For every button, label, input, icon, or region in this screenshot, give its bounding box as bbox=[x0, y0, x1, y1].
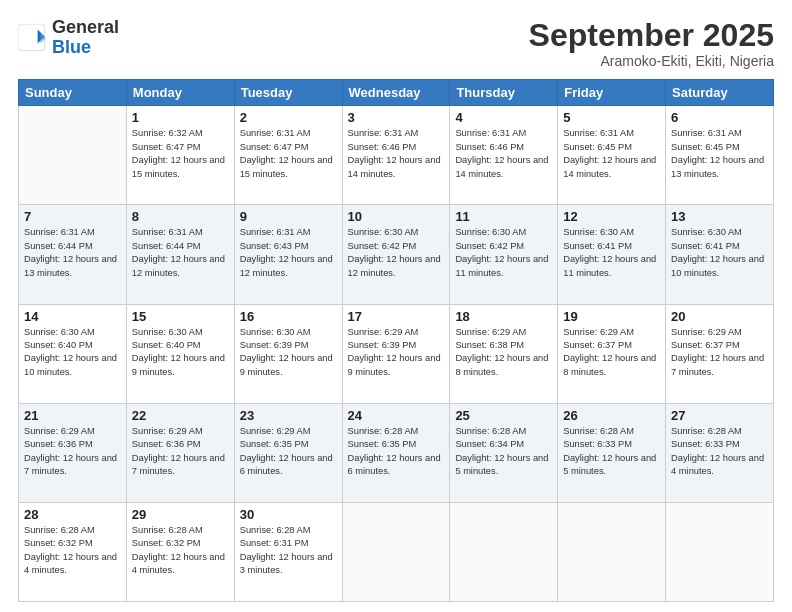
day-info: Sunrise: 6:29 AM Sunset: 6:35 PM Dayligh… bbox=[240, 425, 337, 479]
sunrise-text: Sunrise: 6:28 AM bbox=[132, 525, 203, 535]
daylight-text: Daylight: 12 hours and 9 minutes. bbox=[240, 353, 333, 376]
sunrise-text: Sunrise: 6:29 AM bbox=[24, 426, 95, 436]
day-number: 11 bbox=[455, 209, 552, 224]
day-info: Sunrise: 6:32 AM Sunset: 6:47 PM Dayligh… bbox=[132, 127, 229, 181]
calendar-cell: 5 Sunrise: 6:31 AM Sunset: 6:45 PM Dayli… bbox=[558, 106, 666, 205]
day-number: 27 bbox=[671, 408, 768, 423]
sunset-text: Sunset: 6:33 PM bbox=[563, 439, 632, 449]
sunset-text: Sunset: 6:46 PM bbox=[455, 142, 524, 152]
day-info: Sunrise: 6:28 AM Sunset: 6:32 PM Dayligh… bbox=[132, 524, 229, 578]
calendar-cell: 21 Sunrise: 6:29 AM Sunset: 6:36 PM Dayl… bbox=[19, 403, 127, 502]
logo-general-text: General bbox=[52, 17, 119, 37]
calendar-cell: 6 Sunrise: 6:31 AM Sunset: 6:45 PM Dayli… bbox=[666, 106, 774, 205]
calendar-row-4: 28 Sunrise: 6:28 AM Sunset: 6:32 PM Dayl… bbox=[19, 502, 774, 601]
day-info: Sunrise: 6:31 AM Sunset: 6:45 PM Dayligh… bbox=[671, 127, 768, 181]
sunset-text: Sunset: 6:46 PM bbox=[348, 142, 417, 152]
sunrise-text: Sunrise: 6:30 AM bbox=[240, 327, 311, 337]
calendar-cell: 23 Sunrise: 6:29 AM Sunset: 6:35 PM Dayl… bbox=[234, 403, 342, 502]
col-wednesday: Wednesday bbox=[342, 80, 450, 106]
day-info: Sunrise: 6:28 AM Sunset: 6:31 PM Dayligh… bbox=[240, 524, 337, 578]
calendar-cell bbox=[19, 106, 127, 205]
sunset-text: Sunset: 6:44 PM bbox=[24, 241, 93, 251]
day-info: Sunrise: 6:30 AM Sunset: 6:40 PM Dayligh… bbox=[132, 326, 229, 380]
daylight-text: Daylight: 12 hours and 7 minutes. bbox=[671, 353, 764, 376]
day-number: 4 bbox=[455, 110, 552, 125]
day-info: Sunrise: 6:29 AM Sunset: 6:37 PM Dayligh… bbox=[671, 326, 768, 380]
daylight-text: Daylight: 12 hours and 6 minutes. bbox=[348, 453, 441, 476]
day-info: Sunrise: 6:31 AM Sunset: 6:43 PM Dayligh… bbox=[240, 226, 337, 280]
sunset-text: Sunset: 6:47 PM bbox=[132, 142, 201, 152]
sunset-text: Sunset: 6:43 PM bbox=[240, 241, 309, 251]
calendar-cell: 10 Sunrise: 6:30 AM Sunset: 6:42 PM Dayl… bbox=[342, 205, 450, 304]
sunrise-text: Sunrise: 6:28 AM bbox=[240, 525, 311, 535]
sunrise-text: Sunrise: 6:32 AM bbox=[132, 128, 203, 138]
daylight-text: Daylight: 12 hours and 14 minutes. bbox=[563, 155, 656, 178]
calendar-cell: 24 Sunrise: 6:28 AM Sunset: 6:35 PM Dayl… bbox=[342, 403, 450, 502]
day-info: Sunrise: 6:28 AM Sunset: 6:33 PM Dayligh… bbox=[563, 425, 660, 479]
logo: General Blue bbox=[18, 18, 119, 58]
day-info: Sunrise: 6:28 AM Sunset: 6:34 PM Dayligh… bbox=[455, 425, 552, 479]
calendar-cell: 2 Sunrise: 6:31 AM Sunset: 6:47 PM Dayli… bbox=[234, 106, 342, 205]
day-info: Sunrise: 6:31 AM Sunset: 6:47 PM Dayligh… bbox=[240, 127, 337, 181]
sunrise-text: Sunrise: 6:30 AM bbox=[348, 227, 419, 237]
daylight-text: Daylight: 12 hours and 5 minutes. bbox=[563, 453, 656, 476]
sunset-text: Sunset: 6:33 PM bbox=[671, 439, 740, 449]
sunrise-text: Sunrise: 6:31 AM bbox=[671, 128, 742, 138]
day-info: Sunrise: 6:28 AM Sunset: 6:35 PM Dayligh… bbox=[348, 425, 445, 479]
day-number: 29 bbox=[132, 507, 229, 522]
col-monday: Monday bbox=[126, 80, 234, 106]
calendar-cell: 28 Sunrise: 6:28 AM Sunset: 6:32 PM Dayl… bbox=[19, 502, 127, 601]
daylight-text: Daylight: 12 hours and 4 minutes. bbox=[671, 453, 764, 476]
sunset-text: Sunset: 6:41 PM bbox=[671, 241, 740, 251]
daylight-text: Daylight: 12 hours and 11 minutes. bbox=[563, 254, 656, 277]
daylight-text: Daylight: 12 hours and 15 minutes. bbox=[132, 155, 225, 178]
day-number: 16 bbox=[240, 309, 337, 324]
sunrise-text: Sunrise: 6:28 AM bbox=[563, 426, 634, 436]
calendar-cell: 16 Sunrise: 6:30 AM Sunset: 6:39 PM Dayl… bbox=[234, 304, 342, 403]
day-number: 15 bbox=[132, 309, 229, 324]
header: General Blue September 2025 Aramoko-Ekit… bbox=[18, 18, 774, 69]
calendar-cell bbox=[558, 502, 666, 601]
day-number: 25 bbox=[455, 408, 552, 423]
daylight-text: Daylight: 12 hours and 15 minutes. bbox=[240, 155, 333, 178]
daylight-text: Daylight: 12 hours and 11 minutes. bbox=[455, 254, 548, 277]
day-number: 30 bbox=[240, 507, 337, 522]
day-number: 8 bbox=[132, 209, 229, 224]
col-friday: Friday bbox=[558, 80, 666, 106]
daylight-text: Daylight: 12 hours and 4 minutes. bbox=[132, 552, 225, 575]
sunset-text: Sunset: 6:42 PM bbox=[348, 241, 417, 251]
calendar-cell: 30 Sunrise: 6:28 AM Sunset: 6:31 PM Dayl… bbox=[234, 502, 342, 601]
sunrise-text: Sunrise: 6:30 AM bbox=[563, 227, 634, 237]
location-subtitle: Aramoko-Ekiti, Ekiti, Nigeria bbox=[529, 53, 774, 69]
day-number: 12 bbox=[563, 209, 660, 224]
day-number: 20 bbox=[671, 309, 768, 324]
calendar-cell: 20 Sunrise: 6:29 AM Sunset: 6:37 PM Dayl… bbox=[666, 304, 774, 403]
daylight-text: Daylight: 12 hours and 6 minutes. bbox=[240, 453, 333, 476]
sunrise-text: Sunrise: 6:30 AM bbox=[132, 327, 203, 337]
day-info: Sunrise: 6:29 AM Sunset: 6:39 PM Dayligh… bbox=[348, 326, 445, 380]
calendar-header-row: Sunday Monday Tuesday Wednesday Thursday… bbox=[19, 80, 774, 106]
day-info: Sunrise: 6:31 AM Sunset: 6:46 PM Dayligh… bbox=[455, 127, 552, 181]
sunset-text: Sunset: 6:35 PM bbox=[348, 439, 417, 449]
calendar-cell: 14 Sunrise: 6:30 AM Sunset: 6:40 PM Dayl… bbox=[19, 304, 127, 403]
calendar-cell: 15 Sunrise: 6:30 AM Sunset: 6:40 PM Dayl… bbox=[126, 304, 234, 403]
calendar-cell: 8 Sunrise: 6:31 AM Sunset: 6:44 PM Dayli… bbox=[126, 205, 234, 304]
daylight-text: Daylight: 12 hours and 8 minutes. bbox=[563, 353, 656, 376]
day-number: 18 bbox=[455, 309, 552, 324]
sunset-text: Sunset: 6:32 PM bbox=[24, 538, 93, 548]
calendar-cell: 17 Sunrise: 6:29 AM Sunset: 6:39 PM Dayl… bbox=[342, 304, 450, 403]
day-number: 7 bbox=[24, 209, 121, 224]
sunrise-text: Sunrise: 6:28 AM bbox=[24, 525, 95, 535]
sunset-text: Sunset: 6:38 PM bbox=[455, 340, 524, 350]
calendar-cell: 29 Sunrise: 6:28 AM Sunset: 6:32 PM Dayl… bbox=[126, 502, 234, 601]
day-info: Sunrise: 6:30 AM Sunset: 6:42 PM Dayligh… bbox=[348, 226, 445, 280]
day-number: 9 bbox=[240, 209, 337, 224]
day-number: 14 bbox=[24, 309, 121, 324]
calendar-cell: 3 Sunrise: 6:31 AM Sunset: 6:46 PM Dayli… bbox=[342, 106, 450, 205]
day-info: Sunrise: 6:31 AM Sunset: 6:44 PM Dayligh… bbox=[132, 226, 229, 280]
day-info: Sunrise: 6:28 AM Sunset: 6:33 PM Dayligh… bbox=[671, 425, 768, 479]
day-info: Sunrise: 6:28 AM Sunset: 6:32 PM Dayligh… bbox=[24, 524, 121, 578]
calendar-cell: 13 Sunrise: 6:30 AM Sunset: 6:41 PM Dayl… bbox=[666, 205, 774, 304]
title-block: September 2025 Aramoko-Ekiti, Ekiti, Nig… bbox=[529, 18, 774, 69]
calendar-cell: 25 Sunrise: 6:28 AM Sunset: 6:34 PM Dayl… bbox=[450, 403, 558, 502]
